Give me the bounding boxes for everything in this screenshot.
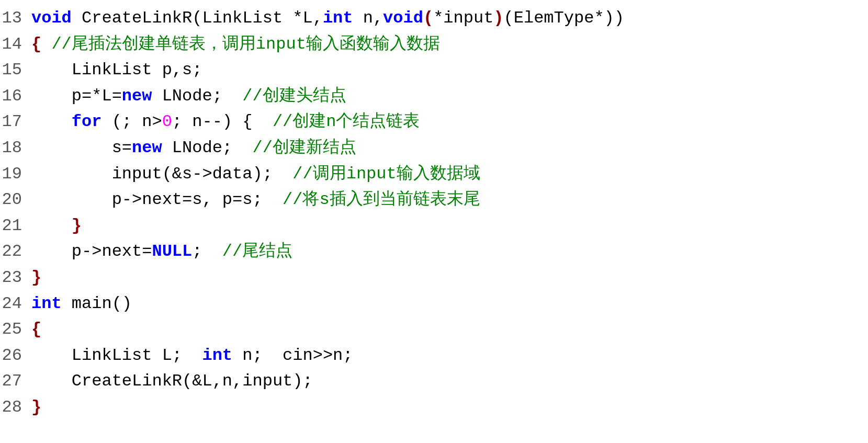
token-brace-red: } bbox=[31, 268, 41, 287]
code-line: 22 p->next=NULL; //尾结点 bbox=[0, 238, 868, 265]
token-ident: input(&s->data); bbox=[31, 164, 292, 184]
line-number: 22 bbox=[0, 238, 31, 265]
line-content: p->next=NULL; //尾结点 bbox=[31, 238, 868, 265]
line-content: LinkList L; int n; cin>>n; bbox=[31, 343, 868, 369]
token-brace-red: { bbox=[31, 35, 51, 54]
token-brace-red: { bbox=[31, 320, 41, 339]
token-ident: main() bbox=[62, 294, 132, 313]
code-line: 16 p=*L=new LNode; //创建头结点 bbox=[0, 83, 868, 109]
token-comment: //尾插法创建单链表，调用input输入函数输入数据 bbox=[51, 35, 439, 54]
line-content: int main() bbox=[31, 291, 868, 317]
token-ident: LNode; bbox=[152, 86, 242, 106]
token-kw-int: int bbox=[31, 294, 62, 313]
code-line: 13void CreateLinkR(LinkList *L,int n,voi… bbox=[0, 5, 868, 31]
code-line: 19 input(&s->data); //调用input输入数据域 bbox=[0, 161, 868, 187]
token-ident: LNode; bbox=[162, 138, 253, 157]
code-line: 17 for (; n>0; n--) { //创建n个结点链表 bbox=[0, 109, 868, 135]
token-kw-int: int bbox=[202, 346, 232, 365]
code-line: 14{ //尾插法创建单链表，调用input输入函数输入数据 bbox=[0, 31, 868, 58]
code-line: 15 LinkList p,s; bbox=[0, 57, 868, 83]
token-comment: //尾结点 bbox=[222, 242, 292, 261]
token-ident: (ElemType*)) bbox=[504, 8, 624, 28]
token-ident: p=*L= bbox=[31, 86, 122, 106]
token-ident: s= bbox=[31, 138, 132, 157]
line-number: 28 bbox=[0, 394, 31, 421]
code-line: 24int main() bbox=[0, 291, 868, 317]
token-ident: LinkList p,s; bbox=[31, 60, 202, 79]
line-content: { bbox=[31, 316, 868, 343]
token-ident: n, bbox=[353, 8, 384, 28]
line-number: 18 bbox=[0, 135, 31, 161]
line-content: CreateLinkR(&L,n,input); bbox=[31, 368, 868, 394]
token-number: 0 bbox=[162, 112, 172, 131]
line-content: for (; n>0; n--) { //创建n个结点链表 bbox=[31, 109, 868, 135]
code-line: 18 s=new LNode; //创建新结点 bbox=[0, 135, 868, 161]
code-line: 23} bbox=[0, 265, 868, 291]
line-number: 14 bbox=[0, 31, 31, 58]
line-content: } bbox=[31, 265, 868, 291]
token-ident: ; n--) { bbox=[172, 112, 273, 131]
token-ident: CreateLinkR(LinkList *L, bbox=[72, 8, 323, 28]
line-content: p=*L=new LNode; //创建头结点 bbox=[31, 83, 868, 109]
line-content: { //尾插法创建单链表，调用input输入函数输入数据 bbox=[31, 31, 868, 58]
token-kw-for: for bbox=[31, 112, 102, 131]
line-number: 23 bbox=[0, 265, 31, 291]
line-number: 19 bbox=[0, 161, 31, 187]
token-ident: (; n> bbox=[102, 112, 162, 131]
code-line: 20 p->next=s, p=s; //将s插入到当前链表末尾 bbox=[0, 187, 868, 213]
token-ident: ; bbox=[192, 242, 222, 261]
token-ident: *input bbox=[433, 8, 493, 28]
token-comment: //将s插入到当前链表末尾 bbox=[283, 190, 480, 209]
line-content: LinkList p,s; bbox=[31, 57, 868, 83]
token-ident: CreateLinkR(&L,n,input); bbox=[31, 371, 313, 391]
token-ident: p->next=s, p=s; bbox=[31, 190, 283, 209]
token-ident bbox=[31, 216, 72, 235]
line-number: 25 bbox=[0, 316, 31, 343]
line-number: 20 bbox=[0, 187, 31, 213]
line-number: 21 bbox=[0, 213, 31, 239]
token-ident: n; cin>>n; bbox=[232, 346, 353, 365]
line-number: 26 bbox=[0, 343, 31, 369]
token-ident: LinkList L; bbox=[31, 346, 202, 365]
line-number: 24 bbox=[0, 291, 31, 317]
token-comment: //调用input输入数据域 bbox=[292, 164, 480, 184]
token-kw-int: int bbox=[323, 8, 353, 28]
token-null-kw: NULL bbox=[152, 242, 192, 261]
code-line: 21 } bbox=[0, 213, 868, 239]
token-ident: p->next= bbox=[31, 242, 152, 261]
line-content: s=new LNode; //创建新结点 bbox=[31, 135, 868, 161]
token-brace-red: } bbox=[72, 216, 82, 235]
line-number: 27 bbox=[0, 368, 31, 394]
token-comment: //创建新结点 bbox=[252, 138, 356, 157]
token-brace-red: ( bbox=[423, 8, 433, 28]
token-comment: //创建头结点 bbox=[242, 86, 346, 106]
code-line: 28} bbox=[0, 394, 868, 421]
code-block: 13void CreateLinkR(LinkList *L,int n,voi… bbox=[0, 5, 868, 421]
line-number: 17 bbox=[0, 109, 31, 135]
token-kw-new: new bbox=[132, 138, 162, 157]
token-brace-red: } bbox=[31, 397, 41, 417]
token-comment: //创建n个结点链表 bbox=[273, 112, 420, 131]
token-brace-red: ) bbox=[493, 8, 503, 28]
line-number: 15 bbox=[0, 57, 31, 83]
line-content: p->next=s, p=s; //将s插入到当前链表末尾 bbox=[31, 187, 868, 213]
token-kw-new: new bbox=[122, 86, 152, 106]
code-line: 27 CreateLinkR(&L,n,input); bbox=[0, 368, 868, 394]
line-content: } bbox=[31, 394, 868, 421]
code-line: 25{ bbox=[0, 316, 868, 343]
line-number: 13 bbox=[0, 5, 31, 31]
line-content: void CreateLinkR(LinkList *L,int n,void(… bbox=[31, 5, 868, 31]
line-number: 16 bbox=[0, 83, 31, 109]
line-content: input(&s->data); //调用input输入数据域 bbox=[31, 161, 868, 187]
code-line: 26 LinkList L; int n; cin>>n; bbox=[0, 343, 868, 369]
token-kw-blue: void bbox=[31, 8, 72, 28]
token-kw-blue: void bbox=[383, 8, 423, 28]
line-content: } bbox=[31, 213, 868, 239]
